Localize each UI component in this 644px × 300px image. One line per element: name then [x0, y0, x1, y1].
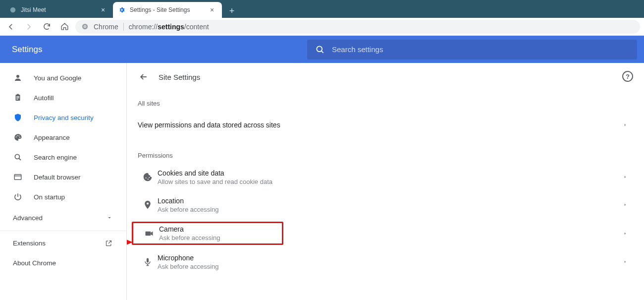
row-subtitle: Ask before accessing [158, 206, 623, 213]
chevron-right-icon [623, 174, 633, 180]
svg-point-11 [17, 135, 18, 136]
sidebar-advanced-toggle[interactable]: Advanced [0, 207, 126, 229]
sidebar-item-on-startup[interactable]: On startup [0, 187, 126, 207]
address-bar[interactable]: Chrome chrome://settings/content [75, 20, 640, 34]
sidebar-item-default-browser[interactable]: Default browser [0, 167, 126, 187]
search-placeholder: Search settings [332, 45, 383, 54]
back-button[interactable] [4, 20, 18, 34]
row-title: Camera [159, 225, 280, 233]
divider [0, 231, 126, 231]
row-cookies[interactable]: Cookies and site data Allow sites to sav… [138, 163, 633, 191]
tab-title: Settings - Site Settings [130, 6, 190, 13]
svg-point-4 [16, 75, 19, 78]
row-location[interactable]: Location Ask before accessing [138, 191, 633, 219]
row-microphone[interactable]: Microphone Ask before accessing [138, 248, 633, 276]
sidebar-item-you-and-google[interactable]: You and Google [0, 68, 126, 88]
svg-rect-7 [16, 96, 19, 97]
svg-point-19 [149, 177, 150, 178]
browser-tab-settings[interactable]: Settings - Site Settings × [113, 2, 222, 18]
settings-favicon [118, 6, 126, 14]
row-subtitle: Ask before accessing [158, 263, 623, 270]
svg-point-12 [18, 135, 19, 136]
annotation-highlight-box: Camera Ask before accessing [132, 222, 283, 245]
sidebar-item-label: Privacy and security [34, 114, 94, 121]
omnibox-chip: Chrome [94, 23, 118, 31]
tab-title: Jitsi Meet [21, 6, 46, 13]
svg-rect-8 [16, 98, 19, 98]
chevron-right-icon [623, 202, 633, 208]
browser-tab-jitsi[interactable]: Jitsi Meet × [4, 2, 113, 18]
page-title: Site Settings [159, 73, 200, 81]
home-button[interactable] [57, 20, 71, 34]
svg-rect-9 [16, 99, 18, 99]
sidebar-item-privacy-security[interactable]: Privacy and security [0, 108, 126, 127]
external-link-icon [105, 240, 112, 247]
palette-icon [13, 132, 23, 142]
chevron-down-icon [107, 215, 112, 221]
svg-point-13 [19, 137, 20, 138]
svg-point-14 [15, 154, 19, 159]
svg-rect-6 [17, 94, 19, 96]
section-back-button[interactable] [138, 71, 150, 83]
person-icon [13, 73, 23, 83]
svg-point-2 [84, 26, 86, 27]
svg-point-18 [148, 179, 149, 180]
shield-icon [13, 113, 23, 122]
sidebar-item-label: Appearance [34, 134, 70, 141]
chevron-right-icon [623, 122, 633, 128]
sidebar-item-label: On startup [34, 193, 65, 201]
sidebar-about-chrome[interactable]: About Chrome [0, 253, 126, 273]
advanced-label: Advanced [13, 214, 43, 222]
row-subtitle: Allow sites to save and read cookie data [158, 178, 623, 185]
chevron-right-icon [623, 259, 633, 265]
power-icon [13, 192, 23, 202]
search-settings-input[interactable]: Search settings [307, 40, 637, 60]
content-panel: Site Settings ? All sites View permissio… [126, 63, 644, 300]
row-title: Location [158, 197, 623, 205]
extensions-label: Extensions [13, 240, 46, 247]
close-icon[interactable]: × [99, 6, 107, 14]
svg-rect-21 [147, 258, 149, 263]
site-info-icon [81, 23, 89, 30]
svg-rect-20 [146, 231, 151, 235]
row-camera[interactable]: Camera Ask before accessing [138, 219, 633, 248]
jitsi-favicon [9, 6, 17, 14]
settings-header: Settings Search settings [0, 36, 644, 63]
omnibox-url: chrome://settings/content [129, 23, 209, 31]
separator [123, 23, 124, 31]
svg-point-10 [16, 136, 17, 137]
reload-button[interactable] [40, 20, 54, 34]
sidebar-item-autofill[interactable]: Autofill [0, 88, 126, 108]
forward-button[interactable] [22, 20, 36, 34]
svg-point-0 [10, 7, 16, 13]
row-view-permissions[interactable]: View permissions and data stored across … [138, 111, 633, 139]
sidebar-item-appearance[interactable]: Appearance [0, 127, 126, 147]
chevron-right-icon [623, 231, 633, 237]
clipboard-icon [13, 93, 23, 103]
close-icon[interactable]: × [208, 6, 216, 14]
row-subtitle: Ask before accessing [159, 234, 280, 241]
browser-tabstrip: Jitsi Meet × Settings - Site Settings × … [0, 0, 644, 18]
sidebar-item-label: You and Google [34, 74, 81, 82]
permissions-subhead: Permissions [138, 139, 633, 163]
search-icon [315, 45, 325, 55]
svg-point-17 [146, 178, 147, 179]
all-sites-subhead: All sites [138, 91, 633, 111]
sidebar-item-label: Autofill [34, 94, 54, 102]
mic-icon [138, 257, 158, 267]
sidebar-item-search-engine[interactable]: Search engine [0, 147, 126, 167]
about-label: About Chrome [13, 259, 56, 267]
camera-icon [139, 229, 159, 239]
svg-rect-15 [14, 175, 21, 180]
sidebar: You and Google Autofill Privacy and secu… [0, 63, 126, 300]
browser-icon [13, 172, 23, 182]
sidebar-item-label: Search engine [34, 154, 77, 161]
row-title: Cookies and site data [158, 169, 623, 177]
section-header: Site Settings [138, 63, 633, 91]
help-icon[interactable]: ? [622, 71, 633, 82]
sidebar-item-label: Default browser [34, 174, 81, 181]
cookie-icon [138, 172, 158, 182]
sidebar-extensions[interactable]: Extensions [0, 233, 126, 253]
settings-title: Settings [0, 45, 307, 55]
new-tab-button[interactable]: + [225, 4, 239, 18]
